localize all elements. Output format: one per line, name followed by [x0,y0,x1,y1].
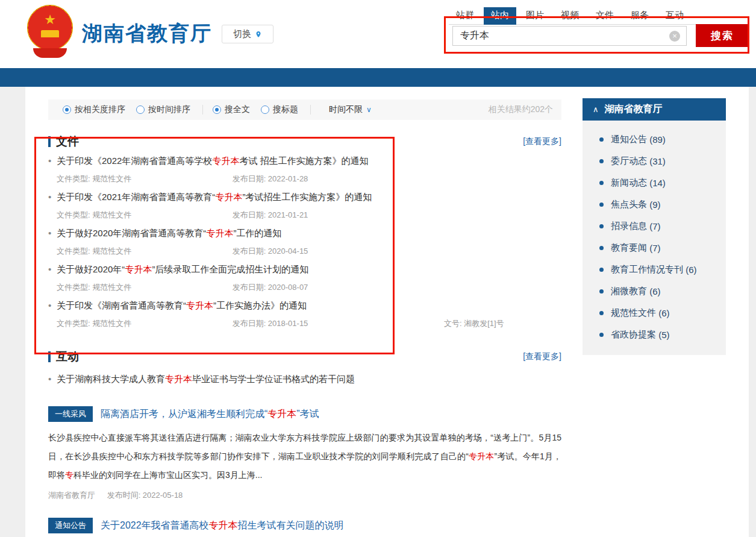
news-source: 湖南省教育厅 [48,491,95,500]
bullet-dot-icon [599,181,604,185]
news-category-badge[interactable]: 通知公告 [48,518,93,533]
clear-search-icon[interactable]: × [669,31,680,42]
sidebar-item-normative-docs[interactable]: 规范性文件 (6) [583,302,726,324]
sidebar-item-count: (5) [658,330,669,340]
search-input[interactable] [453,27,669,45]
filter-divider [202,105,203,115]
file-type: 文件类型: 规范性文件 [57,206,230,224]
search-title-option[interactable]: 搜标题 [261,104,298,115]
bullet-icon: • [48,152,51,170]
site-header: ★ 湖南省教育厅 切换 站群 站内 图片 视频 文件 服务 互动 × 搜索 [0,0,756,68]
sidebar: ∧ 湖南省教育厅 通知公告 (89) 委厅动态 (31) 新闻动态 (14) 焦… [583,98,726,355]
sidebar-item-headlines[interactable]: 焦点头条 (9) [583,193,726,215]
file-result-item: •关于印发《2022年湖南省普通高等学校专升本考试 招生工作实施方案》的通知 文… [48,152,561,188]
file-result-meta: 文件类型: 规范性文件 发布日期: 2020-04-15 [48,242,561,260]
region-switch-button[interactable]: 切换 [222,25,273,43]
sort-relevance-label: 按相关度排序 [75,104,125,115]
national-emblem-logo: ★ [27,5,73,51]
time-filter-dropdown[interactable]: 时间不限 ∨ [329,104,372,115]
file-result-list: •关于印发《2022年湖南省普通高等学校专升本考试 招生工作实施方案》的通知 文… [48,152,561,333]
tab-videos[interactable]: 视频 [554,7,586,25]
time-filter-label: 时间不限 [329,104,363,115]
header-divider-bar [0,68,756,87]
sidebar-item-count: (6) [686,265,696,275]
interact-result-item: •关于湖南科技大学成人教育专升本毕业证书与学士学位证书格式的若干问题 [48,370,561,388]
search-button[interactable]: 搜索 [696,24,749,47]
tab-on-site[interactable]: 站内 [484,7,516,25]
collapse-icon[interactable]: ∧ [593,105,599,114]
file-type: 文件类型: 规范性文件 [57,278,230,297]
sidebar-item-label: 省政协提案 [611,329,656,341]
doc-number: 文号: 湘教发[1]号 [444,315,504,333]
tab-site-group[interactable]: 站群 [449,7,481,25]
bullet-icon: • [48,188,51,206]
location-pin-icon [255,31,262,38]
file-result-item: •关于做好2020年“专升本”后续录取工作全面完成招生计划的通知 文件类型: 规… [48,260,561,297]
radio-unselected-icon[interactable] [136,105,145,114]
bullet-dot-icon [599,311,604,315]
news-meta: 湖南省教育厅 发布时间: 2022-05-18 [48,490,561,501]
tab-files[interactable]: 文件 [589,7,621,25]
sidebar-item-edu-highlights[interactable]: 教育要闻 (7) [583,237,726,259]
sidebar-item-label: 规范性文件 [611,307,656,319]
bullet-dot-icon [599,203,604,207]
interact-more-link[interactable]: [查看更多] [523,351,561,362]
filter-bar: 按相关度排序 按时间排序 搜全文 搜标题 时间不限 ∨ 相关结果约202个 [48,99,561,120]
bullet-icon: • [48,260,51,278]
emblem-gate-icon [41,30,59,37]
file-result-item: •关于做好2020年湖南省普通高等教育“专升本”工作的通知 文件类型: 规范性文… [48,224,561,260]
sidebar-item-xiangwei-edu[interactable]: 湘微教育 (6) [583,280,726,302]
sidebar-item-notices[interactable]: 通知公告 (89) [583,128,726,150]
results-column: 按相关度排序 按时间排序 搜全文 搜标题 时间不限 ∨ 相关结果约202个 [48,99,561,537]
file-result-title[interactable]: •关于做好2020年“专升本”后续录取工作全面完成招生计划的通知 [48,260,561,278]
search-input-wrap: × [452,26,687,46]
file-type: 文件类型: 规范性文件 [57,170,230,188]
bullet-icon: • [48,297,51,315]
news-title[interactable]: 隔离酒店开考，从沪返湘考生顺利完成“专升本”考试 [101,408,319,421]
interact-section-header: 互动 [查看更多] [48,349,561,364]
tab-interaction[interactable]: 互动 [658,7,691,25]
file-result-title[interactable]: •关于印发《2022年湖南省普通高等学校专升本考试 招生工作实施方案》的通知 [48,152,561,170]
sidebar-item-label: 新闻动态 [611,177,647,189]
section-tick [48,351,51,362]
page: ★ 湖南省教育厅 切换 站群 站内 图片 视频 文件 服务 互动 × 搜索 [0,0,756,537]
tab-services[interactable]: 服务 [623,7,656,25]
publish-date: 发布日期: 2018-01-15 [233,319,308,328]
news-head: 通知公告 关于2022年我省普通高校专升本招生考试有关问题的说明 [48,518,561,533]
section-tick [48,136,51,147]
news-title[interactable]: 关于2022年我省普通高校专升本招生考试有关问题的说明 [101,520,344,532]
file-result-meta: 文件类型: 规范性文件 发布日期: 2021-01-21 [48,206,561,224]
interact-result-title[interactable]: •关于湖南科技大学成人教育专升本毕业证书与学士学位证书格式的若干问题 [48,370,561,388]
radio-selected-icon[interactable] [213,105,221,114]
interact-section-title: 互动 [56,349,79,365]
bullet-dot-icon [599,333,604,337]
file-result-item: •关于印发《湖南省普通高等教育“专升本”工作实施办法》的通知 文件类型: 规范性… [48,297,561,333]
sidebar-item-cppcc-proposals[interactable]: 省政协提案 (5) [583,324,726,345]
page-title: 湖南省教育厅 [82,20,212,48]
sidebar-item-recruitment[interactable]: 招录信息 (7) [583,215,726,237]
news-snippet: 长沙县疾控中心直接派车将其送往酒店进行隔离；湖南农业大学东方科技学院应上级部门的… [48,429,561,485]
sidebar-item-count: (89) [649,134,666,145]
search-fulltext-option[interactable]: 搜全文 [213,104,250,115]
news-publish-time: 发布时间: 2022-05-18 [107,491,183,500]
sidebar-item-count: (9) [649,199,660,210]
radio-selected-icon[interactable] [63,105,71,114]
sidebar-item-work-bulletin[interactable]: 教育工作情况专刊 (6) [583,259,726,280]
result-count: 相关结果约202个 [489,104,553,115]
file-result-title[interactable]: •关于印发《湖南省普通高等教育“专升本”工作实施办法》的通知 [48,297,561,315]
sort-by-time-option[interactable]: 按时间排序 [136,104,190,115]
sidebar-item-dept-news[interactable]: 委厅动态 (31) [583,150,726,172]
news-category-badge[interactable]: 一线采风 [48,406,93,422]
tab-images[interactable]: 图片 [519,7,551,25]
files-more-link[interactable]: [查看更多] [523,136,561,147]
file-type: 文件类型: 规范性文件 [57,315,230,333]
radio-unselected-icon[interactable] [261,105,269,114]
files-section-header: 文件 [查看更多] [48,134,561,149]
scope-title-label: 搜标题 [273,104,298,115]
sort-by-relevance-option[interactable]: 按相关度排序 [63,104,125,115]
news-result-item: 一线采风 隔离酒店开考，从沪返湘考生顺利完成“专升本”考试 长沙县疾控中心直接派… [48,406,561,501]
sidebar-item-news[interactable]: 新闻动态 (14) [583,172,726,193]
file-result-title[interactable]: •关于印发《2021年湖南省普通高等教育“专升本”考试招生工作实施方案》的通知 [48,188,561,206]
sidebar-header[interactable]: ∧ 湖南省教育厅 [583,98,726,121]
file-result-title[interactable]: •关于做好2020年湖南省普通高等教育“专升本”工作的通知 [48,224,561,242]
